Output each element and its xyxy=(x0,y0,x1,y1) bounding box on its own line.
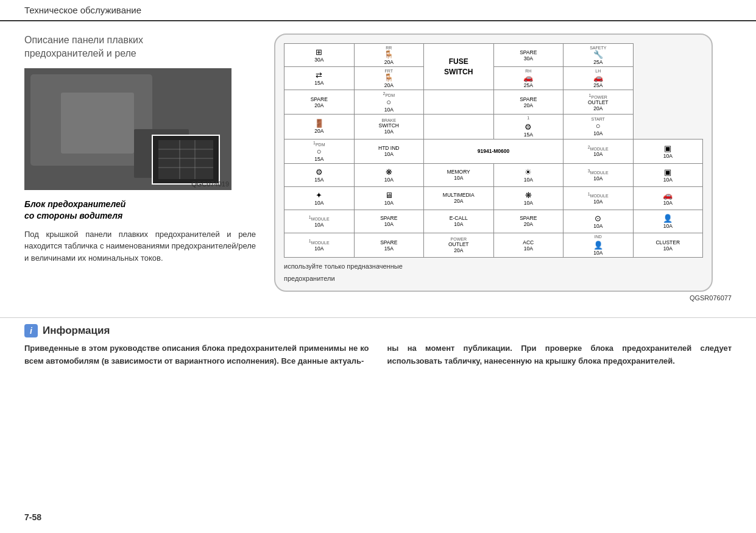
fuse-cell: LH 🚗 25A xyxy=(563,67,634,90)
info-content: Приведенные в этом руководстве описания … xyxy=(24,342,732,368)
fuse-diagram: ⊞ 30A RR 🪑 20A FUSESWITCH SPARE xyxy=(274,34,713,292)
fuse-cell: ▣ 10A xyxy=(633,139,703,163)
fuse-cell xyxy=(424,90,494,115)
fuse-cell: 1MODULE 10A xyxy=(284,233,355,257)
info-section: i Информация Приведенные в этом руководс… xyxy=(0,317,756,374)
section-title: Описание панели плавкихпредохранителей и… xyxy=(24,34,256,61)
header-title: Техническое обслуживание xyxy=(24,5,141,15)
fuse-cell: E-CALL 10A xyxy=(424,210,494,233)
fuse-cell: BRAKE SWITCH 10A xyxy=(354,115,424,139)
svg-rect-5 xyxy=(158,140,213,179)
fuse-cell: CLUSTER 10A xyxy=(633,233,703,257)
fuse-cell: RH 🚗 25A xyxy=(493,67,563,90)
fuse-switch-cell: FUSESWITCH xyxy=(424,44,494,90)
fuse-cell: SPARE 20A xyxy=(493,210,563,233)
fuse-cell: FRT 🪑 20A xyxy=(354,67,424,90)
photo-container: QGC074019 xyxy=(24,68,231,190)
info-title: Информация xyxy=(43,325,110,337)
body-text: Под крышкой панели плавких предохранител… xyxy=(24,228,256,264)
part-number-cell: 91941-M0600 xyxy=(424,139,563,163)
info-text-right: ны на момент публикации. При проверке бл… xyxy=(387,342,732,368)
info-text-left: Приведенные в этом руководстве описания … xyxy=(24,342,369,368)
main-content: Описание панели плавкихпредохранителей и… xyxy=(0,21,756,314)
fuse-cell: POWER OUTLET 20A xyxy=(424,233,494,257)
svg-rect-2 xyxy=(61,93,134,154)
fuse-cell: ⇄ 15A xyxy=(284,67,355,90)
fuse-cell: ✦ 10A xyxy=(284,186,355,210)
fuse-cell: 1MODULE 10A xyxy=(284,210,355,233)
fuse-cell: 1POWER OUTLET 20A xyxy=(563,90,634,115)
diagram-note-line1: используйте только предназначенные xyxy=(284,263,703,270)
page-header: Техническое обслуживание xyxy=(0,0,756,21)
fuse-diagram-container: ⊞ 30A RR 🪑 20A FUSESWITCH SPARE xyxy=(274,34,732,302)
fuse-cell: ACC 10A xyxy=(493,233,563,257)
fuse-cell: ❋ 10A xyxy=(354,163,424,186)
info-icon-letter: i xyxy=(30,326,32,336)
fuse-cell: MEMORY 10A xyxy=(424,163,494,186)
fuse-cell: 1MODULE 10A xyxy=(563,186,634,210)
fuse-cell: 🖥 10A xyxy=(354,186,424,210)
fuse-cell: 2MODULE 10A xyxy=(563,139,634,163)
info-header: i Информация xyxy=(24,324,732,337)
info-icon: i xyxy=(24,324,38,337)
photo-caption: Блок предохранителейсо стороны водителя xyxy=(24,199,256,222)
fuse-cell: 2PDM ○ 10A xyxy=(354,90,424,115)
fuse-cell: ⊞ 30A xyxy=(284,44,355,67)
fuse-cell: SPARE 20A xyxy=(284,90,355,115)
fuse-cell: START ○ 10A xyxy=(563,115,634,139)
fuse-cell: ⚙ 15A xyxy=(284,163,355,186)
fuse-cell: MULTIMEDIA 20A xyxy=(424,186,494,210)
fuse-table: ⊞ 30A RR 🪑 20A FUSESWITCH SPARE xyxy=(284,43,703,258)
fuse-cell: ⊙ 10A xyxy=(563,210,634,233)
fuse-cell: RR 🪑 20A xyxy=(354,44,424,67)
photo-code: QGC074019 xyxy=(191,180,229,188)
fuse-cell: SPARE 15A xyxy=(354,233,424,257)
page-number: 7-58 xyxy=(24,512,41,522)
diagram-note-line2: предохранители xyxy=(284,275,703,282)
fuse-cell: 🚪 20A xyxy=(284,115,355,139)
fuse-cell: 1 ⚙ 15A xyxy=(493,115,563,139)
fuse-cell: SPARE 30A xyxy=(493,44,563,67)
left-column: Описание панели плавкихпредохранителей и… xyxy=(24,34,256,302)
fuse-cell xyxy=(424,115,494,139)
fuse-cell: ▣ 10A xyxy=(633,163,703,186)
diagram-code: QGSR076077 xyxy=(274,294,732,302)
fuse-cell: 🚗 10A xyxy=(633,186,703,210)
fuse-cell: SPARE 10A xyxy=(354,210,424,233)
fuse-cell: IND 👤 10A xyxy=(563,233,634,257)
fuse-cell: ❋ 10A xyxy=(493,186,563,210)
fuse-cell: SPARE 20A xyxy=(493,90,563,115)
fuse-cell: 3MODULE 10A xyxy=(563,163,634,186)
fuse-cell: 👤 10A xyxy=(633,210,703,233)
fuse-cell: SAFETY 🔧 25A xyxy=(563,44,634,67)
fuse-cell: HTD IND 10A xyxy=(354,139,424,163)
fuse-cell: 1PDM ○ 15A xyxy=(284,139,355,163)
fuse-cell: ☀ 10A xyxy=(493,163,563,186)
